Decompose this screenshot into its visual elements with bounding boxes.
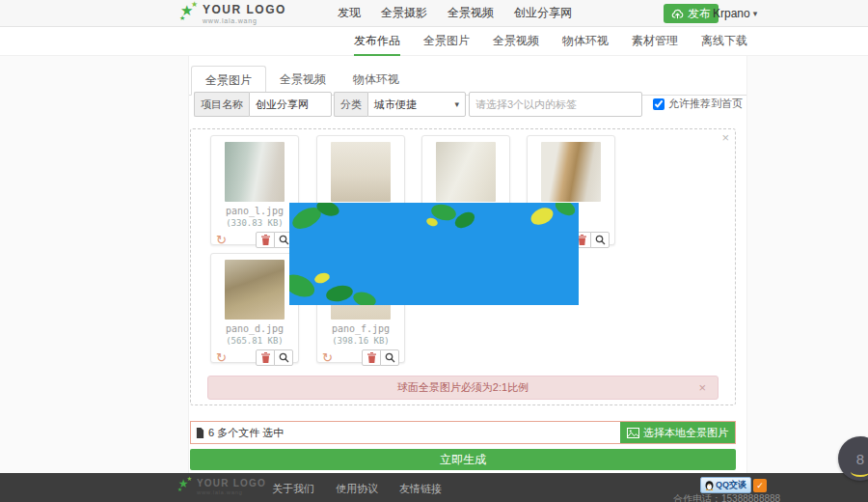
- close-icon[interactable]: ×: [721, 130, 729, 145]
- top-menu: 发现 全景摄影 全景视频 创业分享网: [338, 0, 572, 26]
- file-thumbnail: [331, 142, 391, 202]
- file-thumbnail: [225, 260, 285, 320]
- qq-penguin-icon: [705, 480, 714, 490]
- subnav-item-offline-download[interactable]: 离线下载: [701, 27, 747, 56]
- star-logo-icon: ★ ★ ★: [177, 477, 190, 492]
- image-icon: [627, 428, 639, 438]
- drag-preview-image: [289, 203, 579, 305]
- file-thumbnail: [436, 142, 496, 202]
- tab-object-view[interactable]: 物体环视: [339, 66, 413, 95]
- footer-link-terms[interactable]: 使用协议: [336, 482, 378, 496]
- footer-logo-title: YOUR LOGO: [197, 479, 266, 488]
- subnav-item-publish-works[interactable]: 发布作品: [354, 27, 400, 56]
- footer-logo: ★ ★ ★ YOUR LOGO www.lala.wang: [177, 477, 266, 496]
- chevron-down-icon: ▾: [753, 9, 758, 18]
- publish-button[interactable]: 发布: [664, 4, 719, 23]
- category-select[interactable]: 城市便捷 ▾: [367, 92, 466, 117]
- magnifier-icon: [595, 235, 606, 245]
- ratio-warning-alert: 球面全景图片必须为2:1比例 ×: [207, 376, 719, 400]
- subnav-item-material-manage[interactable]: 素材管理: [632, 27, 678, 56]
- chevron-down-icon: ▾: [454, 99, 459, 109]
- trash-icon: [261, 352, 270, 363]
- delete-button[interactable]: [362, 349, 381, 366]
- delete-button[interactable]: [256, 232, 275, 248]
- footer-phone: 合作电话：15388888888: [673, 492, 780, 502]
- tags-input[interactable]: [469, 92, 642, 117]
- recommend-checkbox-row: 允许推荐到首页: [653, 97, 743, 111]
- alert-text: 球面全景图片必须为2:1比例: [397, 380, 529, 395]
- secondary-nav: 发布作品 全景图片 全景视频 物体环视 素材管理 离线下载: [0, 27, 868, 56]
- recommend-label: 允许推荐到首页: [668, 97, 743, 111]
- file-icon: [196, 428, 204, 438]
- file-size: (330.83 KB): [214, 217, 295, 229]
- refresh-icon[interactable]: ↻: [216, 234, 227, 246]
- zoom-button[interactable]: [590, 232, 610, 248]
- magnifier-icon: [279, 235, 289, 245]
- top-navbar: ★ ★ ★ YOUR LOGO www.lala.wang 发现 全景摄影 全景…: [0, 0, 868, 27]
- footer-link-friends[interactable]: 友情链接: [399, 482, 442, 496]
- zoom-button[interactable]: [274, 349, 293, 366]
- menu-item-share-site[interactable]: 创业分享网: [514, 5, 572, 21]
- footer-link-about[interactable]: 关于我们: [272, 482, 314, 496]
- generate-label: 立即生成: [440, 452, 486, 468]
- category-label: 分类: [334, 92, 367, 117]
- delete-button[interactable]: [256, 349, 275, 366]
- file-card: pano_l.jpg (330.83 KB) ↻: [210, 135, 299, 245]
- publish-label: 发布: [688, 6, 711, 22]
- menu-item-discover[interactable]: 发现: [338, 5, 361, 21]
- widget-badge: 8: [856, 451, 864, 467]
- file-name: pano_d.jpg: [214, 322, 295, 335]
- trash-icon: [261, 235, 270, 245]
- site-logo: ★ ★ ★ YOUR LOGO www.lala.wang: [179, 2, 286, 25]
- logo-subtitle: www.lala.wang: [203, 17, 286, 24]
- user-dropdown[interactable]: Krpano ▾: [713, 7, 757, 20]
- project-name-input[interactable]: [249, 92, 332, 117]
- choose-local-images-button[interactable]: 选择本地全景图片: [620, 422, 735, 443]
- subnav-item-pano-videos[interactable]: 全景视频: [493, 27, 539, 56]
- project-name-label: 项目名称: [194, 92, 249, 117]
- tab-pano-video[interactable]: 全景视频: [266, 66, 339, 95]
- refresh-icon[interactable]: ↻: [322, 351, 333, 364]
- file-card: pano_d.jpg (565.81 KB) ↻: [210, 253, 299, 363]
- generate-now-button[interactable]: 立即生成: [190, 449, 736, 470]
- refresh-icon[interactable]: ↻: [216, 351, 227, 364]
- file-thumbnail: [541, 142, 601, 202]
- menu-item-pano-video[interactable]: 全景视频: [448, 5, 494, 21]
- footer-links: 关于我们 使用协议 友情链接: [272, 482, 442, 496]
- trash-icon: [367, 352, 376, 363]
- file-size: (398.16 KB): [320, 335, 401, 347]
- footer-logo-subtitle: www.lala.wang: [197, 489, 266, 495]
- star-logo-icon: ★ ★ ★: [179, 2, 199, 25]
- subnav-item-pano-images[interactable]: 全景图片: [423, 27, 470, 56]
- qq-chat-badge[interactable]: QQ交谈 ✓: [700, 477, 767, 493]
- close-icon[interactable]: ×: [698, 380, 706, 395]
- check-icon: ✓: [756, 481, 764, 490]
- cloud-upload-icon: [671, 8, 684, 19]
- recommend-checkbox[interactable]: [653, 98, 665, 110]
- subnav-item-object-view[interactable]: 物体环视: [562, 27, 609, 56]
- menu-item-pano-photo[interactable]: 全景摄影: [381, 5, 427, 21]
- choose-button-label: 选择本地全景图片: [643, 426, 728, 440]
- file-name: pano_f.jpg: [320, 322, 401, 335]
- file-size: (565.81 KB): [214, 335, 295, 347]
- file-thumbnail: [225, 142, 285, 202]
- logo-title: YOUR LOGO: [203, 4, 286, 15]
- page: ★ ★ ★ YOUR LOGO www.lala.wang 发现 全景摄影 全景…: [0, 0, 868, 502]
- project-form: 项目名称 分类 城市便捷 ▾ 允许推荐到首页: [189, 92, 746, 117]
- widget-smile-arc: [851, 466, 868, 477]
- magnifier-icon: [385, 352, 395, 363]
- footer: ★ ★ ★ YOUR LOGO www.lala.wang 关于我们 使用协议 …: [0, 473, 868, 502]
- magnifier-icon: [279, 352, 289, 363]
- category-value: 城市便捷: [374, 98, 417, 112]
- zoom-button[interactable]: [380, 349, 399, 366]
- file-name: pano_l.jpg: [214, 205, 295, 217]
- file-count-text: 6 多个文件 选中: [208, 426, 284, 440]
- file-select-bar[interactable]: 6 多个文件 选中 选择本地全景图片: [190, 421, 736, 444]
- user-name: Krpano: [713, 7, 750, 20]
- qq-chat-label: QQ交谈: [716, 479, 746, 491]
- leaves-decoration: [289, 203, 579, 305]
